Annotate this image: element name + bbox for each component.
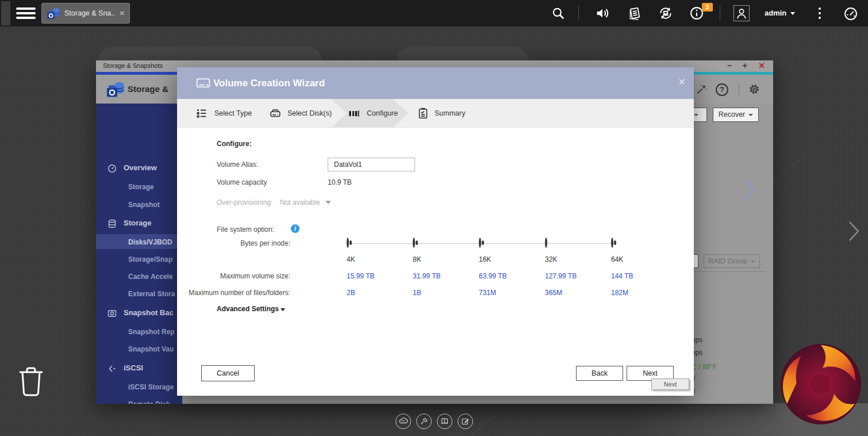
background-tasks-icon[interactable] xyxy=(627,5,643,21)
recover-label: Recover xyxy=(719,110,746,118)
step-select-disks[interactable]: Select Disk(s) xyxy=(287,99,332,128)
info-icon[interactable]: i xyxy=(291,224,299,233)
database-icon xyxy=(107,218,117,227)
cloud-sync-icon[interactable] xyxy=(395,414,411,429)
sidebar-section-snapshot-backup[interactable]: Snapshot Bac xyxy=(96,305,182,320)
desktop-next-chevron-icon[interactable] xyxy=(846,220,862,245)
volume-icon[interactable] xyxy=(594,5,610,21)
cancel-button[interactable]: Cancel xyxy=(201,365,255,381)
main-menu-icon[interactable] xyxy=(16,7,36,19)
sidebar-item-iscsi-storage[interactable]: iSCSI Storage xyxy=(96,379,182,394)
max-volume-value: 15.99 TB xyxy=(347,272,413,280)
inode-size-labels: 4K 8K 16K 32K 64K xyxy=(347,255,677,263)
gauge-icon xyxy=(107,163,117,172)
max-files-value: 731M xyxy=(479,289,545,297)
bytes-per-inode-label: Bytes per inode: xyxy=(177,239,290,247)
settings-gear-icon[interactable] xyxy=(748,83,761,95)
inode-size-label: 16K xyxy=(479,255,545,263)
feedback-compose-icon[interactable] xyxy=(458,414,473,429)
step-select-type[interactable]: Select Type xyxy=(214,99,252,128)
app-tab-storage-snapshots[interactable]: Storage & Sna... ✕ xyxy=(41,3,130,24)
step-configure[interactable]: Configure xyxy=(367,99,398,128)
max-files-values: 2B 1B 731M 365M 182M xyxy=(347,289,677,297)
volume-capacity-label: Volume capacity xyxy=(217,178,267,186)
max-volume-value: 31.99 TB xyxy=(413,272,479,280)
max-files-value: 1B xyxy=(413,289,479,297)
inode-size-label: 4K xyxy=(347,255,413,263)
sidebar-item-snapshot-overview[interactable]: Snapshot xyxy=(96,197,182,212)
sidebar-item-external-storage[interactable]: External Stora xyxy=(96,286,182,301)
sidebar-item-overview[interactable]: Overview xyxy=(96,160,182,175)
tools-hammer-icon[interactable] xyxy=(416,414,432,429)
chevron-down-icon xyxy=(281,308,285,311)
step-summary[interactable]: Summary xyxy=(435,99,465,128)
sidebar-item-storage-overview[interactable]: Storage xyxy=(96,179,182,194)
wizard-wand-icon[interactable] xyxy=(696,83,708,95)
volume-creation-wizard-dialog: Volume Creation Wizard ✕ Select Type xyxy=(177,67,694,396)
max-volume-value: 127.99 TB xyxy=(545,272,611,280)
minimize-button[interactable]: − xyxy=(727,60,732,72)
user-avatar[interactable] xyxy=(733,5,750,21)
max-volume-value: 63.99 TB xyxy=(479,272,545,280)
inode-size-label: 8K xyxy=(413,255,479,263)
max-files-label: Maximum number of files/folders: xyxy=(177,289,290,297)
dialog-header[interactable]: Volume Creation Wizard ✕ xyxy=(177,67,694,99)
advanced-settings-toggle[interactable]: Advanced Settings xyxy=(217,305,285,313)
next-button-tooltip: Next xyxy=(651,378,689,390)
storage-app-icon xyxy=(46,6,61,21)
help-icon[interactable]: ? xyxy=(716,83,728,96)
volume-alias-input[interactable] xyxy=(328,158,415,171)
taskbar-divider xyxy=(578,6,579,21)
inode-size-label: 64K xyxy=(611,255,677,263)
sidebar-section-iscsi[interactable]: iSCSI xyxy=(96,360,182,375)
notification-badge: 3 xyxy=(702,3,713,12)
sidebar-section-storage[interactable]: Storage xyxy=(96,215,182,230)
inode-radio-32k-selected[interactable] xyxy=(545,238,547,248)
inode-size-label: 32K xyxy=(545,255,611,263)
search-icon[interactable] xyxy=(551,6,567,22)
carousel-next-icon[interactable] xyxy=(740,177,758,205)
back-button[interactable]: Back xyxy=(576,366,623,381)
inode-radio-4k[interactable] xyxy=(347,238,349,248)
desktop-dock xyxy=(395,414,473,429)
taskbar-edge-panel xyxy=(1,1,10,25)
recover-dropdown-button[interactable]: Recover xyxy=(713,108,759,122)
max-files-value: 2B xyxy=(347,289,413,297)
sidebar-item-disks-vjbod[interactable]: Disks/VJBOD xyxy=(96,234,182,249)
raid-group-dropdown-button[interactable]: RAID Group xyxy=(704,254,760,268)
sidebar-item-remote-disk[interactable]: Remote Disk xyxy=(96,396,182,404)
header-divider xyxy=(739,83,739,95)
sidebar-item-snapshot-replica[interactable]: Snapshot Rep xyxy=(96,324,182,339)
more-options-icon[interactable] xyxy=(819,7,821,19)
volume-capacity-value: 10.9 TB xyxy=(328,178,352,186)
window-close-button[interactable]: ✕ xyxy=(758,60,765,72)
admin-menu[interactable]: admin xyxy=(765,9,795,17)
dialog-title: Volume Creation Wizard xyxy=(213,67,325,99)
sidebar-item-storage-snapshots[interactable]: Storage/Snap xyxy=(96,251,182,266)
inode-radio-8k[interactable] xyxy=(413,238,415,248)
section-divider xyxy=(682,271,766,272)
over-provisioning-value: Not available xyxy=(280,198,320,206)
dashboard-gauge-icon[interactable] xyxy=(843,6,859,22)
storage-app-banner-icon xyxy=(105,78,126,101)
sidebar-item-snapshot-vault[interactable]: Snapshot Vau xyxy=(96,341,182,356)
maximize-button[interactable]: + xyxy=(743,60,747,72)
recycle-bin-icon[interactable] xyxy=(15,362,47,400)
over-provisioning-dropdown-icon[interactable] xyxy=(325,201,331,204)
dialog-close-icon[interactable]: ✕ xyxy=(678,67,686,97)
configure-partition-icon xyxy=(348,107,360,120)
sidebar-item-cache-acceleration[interactable]: Cache Accele xyxy=(96,269,182,284)
info-glyph: i xyxy=(294,225,296,232)
max-files-value: 365M xyxy=(545,289,611,297)
chevron-down-icon xyxy=(790,12,795,15)
app-sidebar: Overview Storage Snapshot Storage Disks/… xyxy=(96,104,182,404)
tab-close-icon[interactable]: ✕ xyxy=(120,10,125,17)
inode-radio-16k[interactable] xyxy=(479,238,481,248)
summary-clipboard-icon xyxy=(417,107,429,120)
section-label: Configure: xyxy=(217,140,252,148)
inode-radio-64k[interactable] xyxy=(611,238,613,248)
device-sync-icon[interactable] xyxy=(658,5,674,21)
disk-drive-icon xyxy=(195,75,211,91)
max-volume-size-label: Maximum volume size: xyxy=(177,272,290,280)
documentation-book-icon[interactable] xyxy=(437,414,452,429)
